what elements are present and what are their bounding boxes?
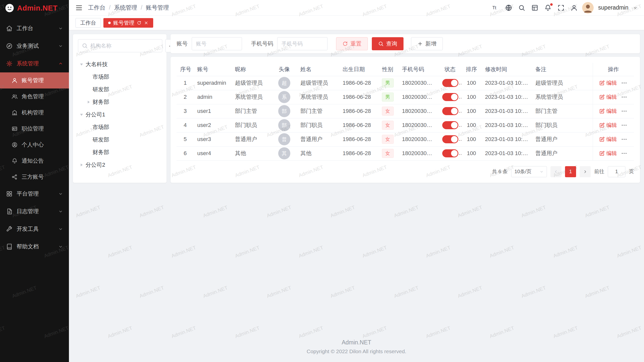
tab-account-management[interactable]: 账号管理 (103, 18, 153, 28)
caret-icon[interactable] (86, 100, 91, 105)
edit-button[interactable]: 编辑 (599, 150, 617, 157)
cell-nickname: 超级管理员 (231, 76, 272, 90)
cell-sort: 100 (461, 132, 481, 146)
sidebar-item-5[interactable]: 开发工具 (0, 220, 69, 238)
breadcrumb: 工作台 / 系统管理 / 账号管理 (88, 4, 169, 12)
cell-birthday: 1986-06-28 (339, 132, 377, 146)
row-more-button[interactable] (621, 122, 627, 128)
status-toggle[interactable] (442, 93, 458, 101)
column-header-index: 序号 (177, 63, 194, 76)
tree-node[interactable]: 财务部 (78, 147, 162, 158)
sidebar-item-2[interactable]: 系统管理 (0, 55, 69, 72)
globe-icon[interactable] (505, 4, 512, 11)
row-more-button[interactable] (621, 150, 627, 157)
user-icon[interactable] (571, 4, 578, 11)
username[interactable]: superadmin (598, 4, 628, 11)
sidebar-subitem[interactable]: 职位管理 (0, 121, 69, 137)
search-button[interactable]: 查询 (372, 37, 404, 50)
sidebar-subitem[interactable]: 角色管理 (0, 88, 69, 105)
bell-icon[interactable] (544, 4, 551, 11)
tree-node-label: 财务部 (93, 98, 109, 106)
edit-button[interactable]: 编辑 (599, 136, 617, 143)
page-size-select[interactable]: 10条/页 (511, 166, 547, 177)
sidebar-item-3[interactable]: 平台管理 (0, 185, 69, 203)
row-more-button[interactable] (621, 136, 627, 143)
edit-label: 编辑 (606, 136, 617, 143)
chevron-down-icon (58, 26, 63, 31)
next-page-button[interactable] (580, 166, 591, 177)
footer: Admin.NET Copyright © 2022 Dilon All rig… (73, 333, 640, 362)
edit-button[interactable]: 编辑 (599, 79, 617, 86)
sidebar-subitem[interactable]: 三方账号 (0, 169, 69, 185)
sidebar-item-1[interactable]: 业务测试 (0, 37, 69, 55)
sidebar-item-0[interactable]: 工作台 (0, 20, 69, 37)
status-toggle[interactable] (442, 121, 458, 129)
row-more-button[interactable] (621, 108, 627, 114)
tree-node[interactable]: 研发部 (78, 134, 162, 145)
tree-node[interactable]: 市场部 (78, 71, 162, 82)
row-more-button[interactable] (621, 80, 627, 86)
caret-icon[interactable] (79, 112, 84, 117)
gender-tag: 女 (382, 135, 394, 144)
reset-button[interactable]: 重置 (336, 37, 368, 50)
org-search-input[interactable] (90, 43, 158, 49)
chevron-down-icon[interactable] (633, 6, 637, 10)
phone-filter-input[interactable] (277, 37, 328, 50)
cell-gender: 女 (377, 132, 398, 146)
tab-close-icon[interactable] (144, 21, 148, 25)
tree-node[interactable]: 研发部 (78, 84, 162, 95)
cell-remark: 超级管理员 (532, 76, 593, 90)
org-icon (12, 110, 18, 116)
edit-label: 编辑 (606, 108, 617, 115)
content-row: ··· 大名科技市场部研发部财务部分公司1市场部研发部财务部分公司2 账号 手机… (73, 34, 640, 183)
logo-icon (5, 4, 14, 13)
column-header-birthday: 出生日期 (339, 63, 377, 76)
page-number-button[interactable]: 1 (565, 166, 576, 177)
status-toggle[interactable] (442, 107, 458, 115)
sidebar-subitem[interactable]: 通知公告 (0, 153, 69, 169)
caret-icon[interactable] (79, 62, 84, 67)
search-icon[interactable] (518, 4, 525, 11)
sidebar-subitem[interactable]: 个人中心 (0, 137, 69, 153)
log-icon (6, 208, 13, 215)
status-toggle[interactable] (442, 149, 458, 157)
goto-page-input[interactable] (608, 166, 625, 177)
column-header-phone: 手机号码 (398, 63, 439, 76)
pagination-total: 共 6 条 (492, 168, 508, 175)
edit-button[interactable]: 编辑 (599, 108, 617, 115)
edit-button[interactable]: 编辑 (599, 94, 617, 101)
sidebar-item-4[interactable]: 日志管理 (0, 203, 69, 220)
add-button[interactable]: 新增 (411, 37, 443, 50)
edit-button[interactable]: 编辑 (599, 122, 617, 129)
layout-icon[interactable] (531, 4, 538, 11)
account-filter-input[interactable] (192, 37, 242, 50)
breadcrumb-item-workbench[interactable]: 工作台 (88, 4, 105, 12)
hamburger-menu-icon[interactable] (75, 4, 83, 11)
tree-node[interactable]: 市场部 (78, 122, 162, 133)
tree-node[interactable]: 财务部 (78, 97, 162, 108)
row-more-button[interactable] (621, 94, 627, 100)
tree-node[interactable]: 分公司1 (78, 109, 162, 120)
tree-node[interactable]: 分公司2 (78, 159, 162, 170)
prev-page-button[interactable] (550, 166, 561, 177)
sidebar-subitem[interactable]: 机构管理 (0, 105, 69, 121)
status-toggle[interactable] (442, 79, 458, 87)
user-avatar[interactable] (582, 2, 594, 14)
breadcrumb-separator: / (109, 4, 110, 11)
table-row: 3user1部门主管部部门主管1986-06-28女18020030720100… (177, 104, 634, 118)
cell-actions: 编辑 (593, 76, 634, 90)
tab-workbench[interactable]: 工作台 (75, 18, 101, 28)
logo[interactable]: Admin.NET (0, 0, 69, 16)
sidebar-item-label: 日志管理 (17, 208, 54, 215)
tree-node[interactable]: 大名科技 (78, 59, 162, 70)
cell-birthday: 1986-06-28 (339, 76, 377, 90)
sidebar-item-6[interactable]: 帮助文档 (0, 238, 69, 255)
caret-icon[interactable] (79, 162, 84, 167)
fullscreen-icon[interactable] (557, 4, 565, 11)
tab-refresh-icon[interactable] (137, 21, 141, 25)
font-size-icon[interactable]: Tt (492, 4, 499, 11)
cell-remark: 普通用户 (532, 132, 593, 146)
breadcrumb-item-system[interactable]: 系统管理 (114, 4, 137, 12)
sidebar-subitem[interactable]: 账号管理 (0, 72, 69, 88)
status-toggle[interactable] (442, 135, 458, 143)
